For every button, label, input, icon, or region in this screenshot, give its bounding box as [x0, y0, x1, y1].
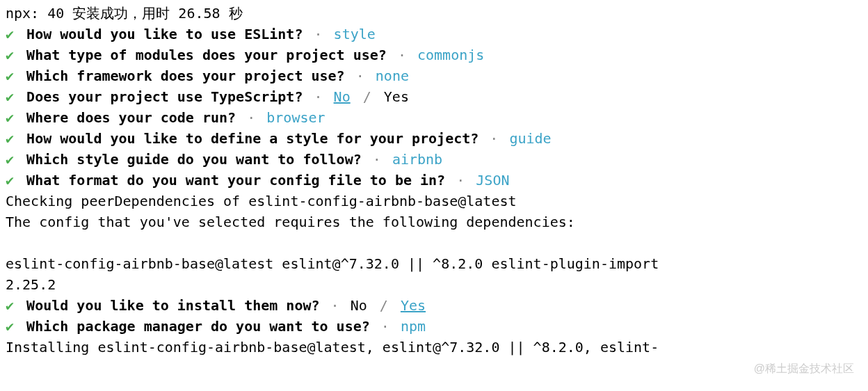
prompt-answer: npm — [401, 318, 426, 335]
info-line: 2.25.2 — [6, 274, 862, 295]
prompt-line: ✔ Where does your code run? · browser — [6, 107, 862, 128]
info-line: Checking peerDependencies of eslint-conf… — [6, 191, 862, 212]
prompt-question: Which package manager do you want to use… — [26, 318, 370, 335]
installing-line: Installing eslint-config-airbnb-base@lat… — [6, 337, 862, 358]
option-slash: / — [363, 88, 371, 105]
separator-dot: · — [381, 318, 389, 335]
prompt-answer: JSON — [476, 172, 509, 189]
prompt-question: Does your project use TypeScript? — [26, 88, 303, 105]
check-icon: ✔ — [6, 151, 14, 168]
info-text: The config that you've selected requires… — [6, 214, 575, 230]
info-line: eslint-config-airbnb-base@latest eslint@… — [6, 253, 862, 274]
separator-dot: · — [356, 67, 364, 84]
info-text: Checking peerDependencies of eslint-conf… — [6, 193, 517, 209]
prompt-answer: none — [376, 67, 409, 84]
separator-dot: · — [247, 109, 255, 126]
prompt-question: What type of modules does your project u… — [26, 47, 387, 63]
prompt-line: ✔ Which package manager do you want to u… — [6, 316, 862, 337]
check-icon: ✔ — [6, 88, 14, 105]
check-icon: ✔ — [6, 172, 14, 189]
prompt-answer: commonjs — [417, 47, 484, 63]
prompt-line: ✔ How would you like to use ESLint? · st… — [6, 24, 862, 45]
prompt-line: ✔ Which style guide do you want to follo… — [6, 149, 862, 170]
prompt-line: ✔ How would you like to define a style f… — [6, 128, 862, 149]
option-slash: / — [380, 297, 388, 314]
separator-dot: · — [456, 172, 465, 189]
prompt-line: ✔ Which framework does your project use?… — [6, 65, 862, 86]
check-icon: ✔ — [6, 130, 14, 147]
prompt-line: ✔ Does your project use TypeScript? · No… — [6, 86, 862, 107]
info-line: The config that you've selected requires… — [6, 212, 862, 232]
installing-text: Installing eslint-config-airbnb-base@lat… — [6, 339, 659, 356]
prompt-selected[interactable]: No — [334, 88, 351, 105]
prompt-question: Which framework does your project use? — [26, 67, 345, 84]
prompt-line: ✔ Would you like to install them now? · … — [6, 295, 862, 316]
separator-dot: · — [373, 151, 381, 168]
check-icon: ✔ — [6, 67, 14, 84]
prompt-line: ✔ What type of modules does your project… — [6, 45, 862, 65]
separator-dot: · — [314, 88, 323, 105]
prompt-question: Where does your code run? — [26, 109, 236, 126]
prompt-answer: browser — [266, 109, 325, 126]
prompt-question: How would you like to define a style for… — [26, 130, 479, 147]
prompt-question: What format do you want your config file… — [26, 172, 445, 189]
info-text: eslint-config-airbnb-base@latest eslint@… — [6, 255, 659, 272]
check-icon: ✔ — [6, 47, 14, 63]
prompt-selected[interactable]: Yes — [401, 297, 426, 314]
prompt-question: Would you like to install them now? — [26, 297, 319, 314]
separator-dot: · — [490, 130, 498, 147]
npx-status-text: npx: 40 安装成功，用时 26.58 秒 — [6, 5, 243, 22]
prompt-answer: guide — [509, 130, 551, 147]
blank-line — [6, 232, 862, 253]
prompt-question: Which style guide do you want to follow? — [26, 151, 362, 168]
separator-dot: · — [314, 26, 323, 42]
info-text: 2.25.2 — [6, 276, 56, 293]
prompt-other[interactable]: No — [351, 297, 367, 314]
prompt-answer: style — [334, 26, 376, 42]
prompt-line: ✔ What format do you want your config fi… — [6, 170, 862, 191]
check-icon: ✔ — [6, 297, 14, 314]
npx-status-line: npx: 40 安装成功，用时 26.58 秒 — [6, 3, 862, 24]
separator-dot: · — [331, 297, 339, 314]
prompt-other[interactable]: Yes — [384, 88, 409, 105]
check-icon: ✔ — [6, 26, 14, 42]
separator-dot: · — [398, 47, 406, 63]
prompt-question: How would you like to use ESLint? — [26, 26, 303, 42]
check-icon: ✔ — [6, 109, 14, 126]
check-icon: ✔ — [6, 318, 14, 335]
prompt-answer: airbnb — [392, 151, 442, 168]
